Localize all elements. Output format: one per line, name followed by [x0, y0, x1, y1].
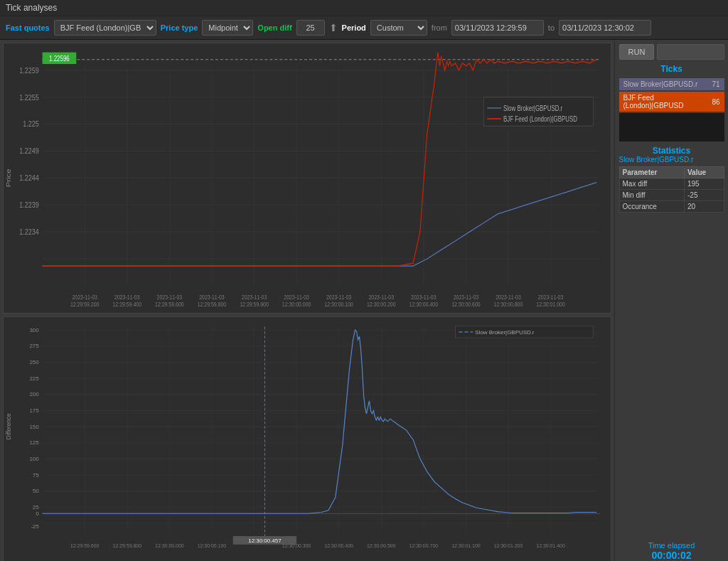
svg-text:12:30:00.800: 12:30:00.800	[494, 301, 523, 308]
svg-rect-61	[4, 317, 611, 561]
svg-text:12:29:59.600: 12:29:59.600	[70, 543, 100, 548]
ticks-bar-bjf[interactable]: BJF Feed (London)|GBPUSD 86	[619, 92, 724, 112]
svg-text:300: 300	[29, 327, 38, 333]
svg-text:1.225: 1.225	[23, 119, 39, 128]
lower-chart[interactable]: 300 275 250 225 200 175 150 125 100 75 5…	[3, 316, 611, 561]
period-label: Period	[342, 23, 366, 32]
svg-text:2023-11-03: 2023-11-03	[538, 294, 564, 301]
ticks-bjf-label: BJF Feed (London)|GBPUSD	[623, 94, 712, 109]
toolbar: Fast quotes BJF Feed (London)|GB Price t…	[0, 16, 728, 40]
svg-text:150: 150	[29, 424, 38, 430]
svg-text:12:30:00.200: 12:30:00.200	[367, 301, 396, 308]
price-type-label: Price type	[161, 23, 198, 32]
stats-header-param: Parameter	[619, 167, 684, 178]
to-label: to	[548, 23, 555, 32]
svg-text:125: 125	[29, 439, 38, 446]
svg-text:12:29:59.900: 12:29:59.900	[240, 301, 269, 308]
svg-text:2023-11-03: 2023-11-03	[242, 294, 267, 301]
svg-text:12:30:01.200: 12:30:01.200	[494, 543, 523, 548]
stats-param-occurance: Occurance	[619, 201, 684, 213]
svg-text:Price: Price	[5, 169, 12, 187]
svg-text:Slow Broker|GBPUSD.r: Slow Broker|GBPUSD.r	[503, 105, 562, 112]
period-select[interactable]: Custom 1D 1W	[370, 20, 427, 36]
svg-text:12:30:01.100: 12:30:01.100	[451, 543, 481, 548]
stats-param-maxdiff: Max diff	[619, 178, 684, 190]
svg-text:2023-11-03: 2023-11-03	[369, 294, 395, 301]
stats-table: Parameter Value Max diff 195 Min diff -2…	[619, 166, 724, 213]
svg-text:Difference: Difference	[5, 413, 12, 439]
open-diff-spinner[interactable]: ⬆	[329, 22, 338, 33]
charts-area: 1.22596 1.2259 1.2255 1.225 1.2249 1.224…	[0, 40, 614, 561]
svg-text:2023-11-03: 2023-11-03	[199, 294, 225, 301]
ticks-bar-slow[interactable]: Slow Broker|GBPUSD.r 71	[619, 78, 724, 90]
svg-text:2023-11-03: 2023-11-03	[157, 294, 183, 301]
fast-quotes-label: Fast quotes	[6, 23, 50, 32]
ticks-title: Ticks	[619, 64, 724, 74]
svg-text:275: 275	[29, 343, 38, 350]
price-type-select[interactable]: Midpoint Bid Ask	[202, 20, 253, 36]
svg-text:12:30:00.100: 12:30:00.100	[198, 543, 227, 548]
main-layout: 1.22596 1.2259 1.2255 1.225 1.2249 1.224…	[0, 40, 728, 561]
svg-text:1.2255: 1.2255	[19, 93, 39, 102]
svg-text:1.2244: 1.2244	[19, 173, 39, 182]
ticks-black-area	[619, 113, 724, 141]
from-date-input[interactable]	[451, 20, 544, 36]
ticks-slow-value: 71	[712, 80, 719, 88]
svg-text:2023-11-03: 2023-11-03	[114, 294, 140, 301]
svg-text:12:30:00.700: 12:30:00.700	[410, 543, 439, 548]
feed-select[interactable]: BJF Feed (London)|GB	[54, 20, 156, 36]
svg-text:2023-11-03: 2023-11-03	[411, 294, 437, 301]
svg-text:0: 0	[36, 511, 38, 517]
stats-row-mindiff: Min diff -25	[619, 190, 724, 201]
svg-text:225: 225	[29, 375, 38, 382]
svg-text:12:30:00.457: 12:30:00.457	[248, 538, 281, 544]
open-diff-input[interactable]	[296, 20, 325, 36]
svg-text:12:29:59.200: 12:29:59.200	[70, 301, 100, 308]
from-label: from	[432, 23, 447, 32]
svg-text:175: 175	[29, 407, 38, 414]
svg-text:1.2234: 1.2234	[19, 228, 39, 236]
svg-text:-25: -25	[31, 523, 38, 530]
run-button[interactable]: RUN	[619, 44, 655, 60]
svg-text:12:30:01.400: 12:30:01.400	[536, 543, 565, 548]
svg-text:250: 250	[29, 359, 38, 365]
stats-value-mindiff: -25	[684, 190, 724, 201]
svg-text:1.2239: 1.2239	[19, 201, 39, 209]
svg-text:12:30:00.000: 12:30:00.000	[155, 543, 184, 548]
svg-text:100: 100	[29, 456, 38, 462]
time-elapsed-value: 00:00:02	[648, 550, 695, 561]
run-button-row: RUN	[619, 44, 724, 60]
svg-text:12:30:00.100: 12:30:00.100	[324, 301, 353, 308]
svg-text:2023-11-03: 2023-11-03	[496, 294, 521, 301]
stats-param-mindiff: Min diff	[619, 190, 684, 201]
statistics-subtitle: Slow Broker|GBPUSD.r	[619, 156, 724, 164]
right-panel: RUN Ticks Slow Broker|GBPUSD.r 71 BJF Fe…	[614, 40, 728, 561]
svg-text:12:29:59.400: 12:29:59.400	[113, 301, 142, 308]
svg-text:12:29:59.800: 12:29:59.800	[113, 543, 142, 548]
ticks-section: Ticks Slow Broker|GBPUSD.r 71 BJF Feed (…	[619, 64, 724, 141]
svg-text:Slow Broker|GBPUSD.r: Slow Broker|GBPUSD.r	[475, 329, 535, 336]
svg-text:2023-11-03: 2023-11-03	[326, 294, 352, 301]
lower-chart-svg: 300 275 250 225 200 175 150 125 100 75 5…	[4, 317, 611, 561]
stats-value-maxdiff: 195	[684, 178, 724, 190]
secondary-button[interactable]	[657, 44, 724, 60]
svg-text:12:29:59.600: 12:29:59.600	[155, 301, 184, 308]
svg-text:12:30:00.400: 12:30:00.400	[324, 543, 353, 548]
app-title: Tick analyses	[6, 3, 57, 13]
svg-text:12:30:00.400: 12:30:00.400	[410, 301, 439, 308]
ticks-bjf-value: 86	[712, 98, 719, 106]
time-elapsed-label: Time elapsed	[648, 541, 695, 550]
ticks-slow-label: Slow Broker|GBPUSD.r	[623, 80, 698, 88]
title-bar: Tick analyses	[0, 0, 728, 16]
upper-chart[interactable]: 1.22596 1.2259 1.2255 1.225 1.2249 1.224…	[3, 43, 611, 314]
svg-text:2023-11-03: 2023-11-03	[72, 294, 97, 301]
svg-text:12:30:00.300: 12:30:00.300	[282, 543, 311, 548]
to-date-input[interactable]	[559, 20, 651, 36]
statistics-section: Statistics Slow Broker|GBPUSD.r Paramete…	[619, 146, 724, 213]
svg-text:12:30:01.000: 12:30:01.000	[536, 301, 565, 308]
svg-text:2023-11-03: 2023-11-03	[454, 294, 479, 301]
svg-text:1.2259: 1.2259	[19, 66, 39, 75]
upper-chart-svg: 1.22596 1.2259 1.2255 1.225 1.2249 1.224…	[4, 43, 611, 313]
svg-text:12:30:00.000: 12:30:00.000	[282, 301, 311, 308]
time-elapsed-section: Time elapsed 00:00:02	[648, 541, 695, 561]
